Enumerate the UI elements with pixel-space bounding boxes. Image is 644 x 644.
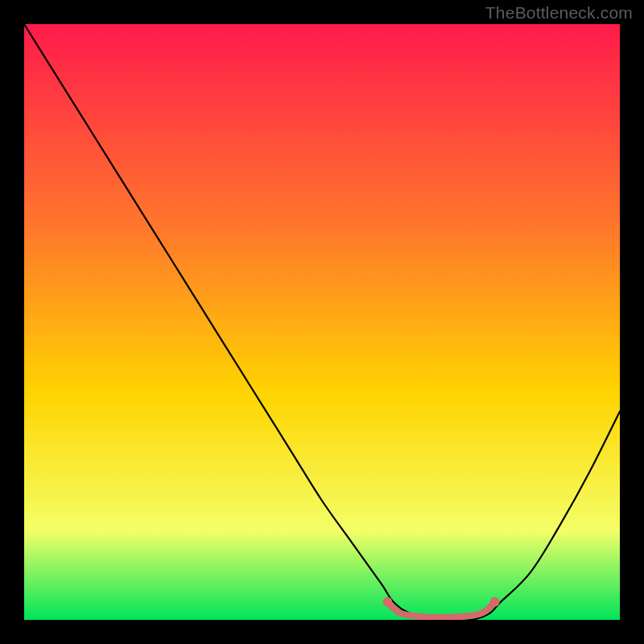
watermark-text: TheBottleneck.com [485,3,633,23]
marker-endpoint-left [382,597,392,607]
chart-plot-area [24,24,620,620]
chart-svg [24,24,620,620]
gradient-background [24,24,620,620]
chart-frame: TheBottleneck.com [0,0,644,644]
marker-endpoint-right [490,597,500,607]
